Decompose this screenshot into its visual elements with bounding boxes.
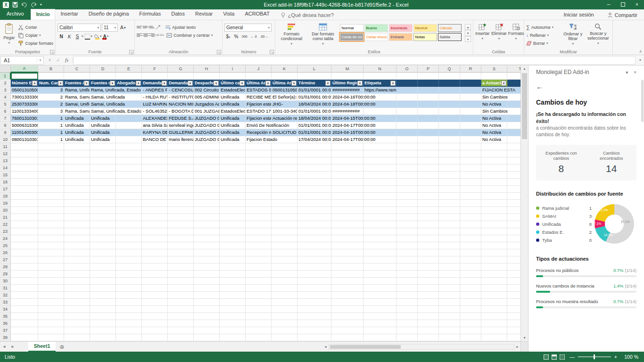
cell-O23[interactable] [396, 228, 418, 235]
cell-H32[interactable] [194, 292, 220, 299]
cell-H7[interactable]: JUZGADO 016 [194, 115, 220, 122]
cell-B5[interactable]: 2 [38, 101, 64, 108]
filter-button[interactable]: ▾ [84, 81, 89, 86]
cell-T26[interactable] [507, 249, 520, 256]
cell-K14[interactable] [272, 165, 297, 172]
cell-T31[interactable] [507, 285, 520, 292]
cell-E22[interactable] [116, 221, 142, 228]
cell-S36[interactable] [481, 320, 507, 327]
cell-K38[interactable] [272, 334, 297, 341]
cell-B30[interactable] [38, 278, 64, 285]
cell-P17[interactable] [418, 186, 439, 193]
cell-N6[interactable] [363, 108, 396, 115]
cell-G16[interactable] [168, 179, 194, 186]
numero-dialog-launcher[interactable]: ↘ [270, 50, 274, 54]
hscroll-left-icon[interactable]: ◄ [322, 345, 329, 348]
cell-O14[interactable] [396, 165, 418, 172]
cell-L2[interactable]: Término▾ [297, 80, 331, 87]
row-header-4[interactable]: 4 [0, 94, 11, 101]
cell-B23[interactable] [38, 228, 64, 235]
cell-D1[interactable] [90, 73, 116, 80]
cell-F16[interactable] [142, 179, 168, 186]
cell-O17[interactable] [396, 186, 418, 193]
cell-Q36[interactable] [439, 320, 460, 327]
cell-B15[interactable] [38, 172, 64, 179]
cell-D16[interactable] [90, 179, 116, 186]
bold-button[interactable]: N [58, 33, 65, 40]
cell-B14[interactable] [38, 165, 64, 172]
cell-Q18[interactable] [439, 193, 460, 200]
cell-B27[interactable] [38, 256, 64, 263]
cell-O32[interactable] [396, 292, 418, 299]
cell-P16[interactable] [418, 179, 439, 186]
cell-M7[interactable]: 2024-04-15T00:00:00 [331, 115, 363, 122]
cell-E8[interactable] [116, 122, 142, 129]
cell-G32[interactable] [168, 292, 194, 299]
cell-P32[interactable] [418, 292, 439, 299]
cell-J6[interactable]: ESTADO 17-04 [246, 108, 272, 115]
row-header-31[interactable]: 31 [0, 285, 11, 292]
cell-I28[interactable] [220, 263, 246, 271]
cell-F38[interactable] [142, 334, 168, 341]
cell-J38[interactable] [246, 334, 272, 341]
conditional-formatting-button[interactable]: Formato condicional ▾ [277, 22, 306, 48]
cell-M4[interactable]: 2024-04-16T00:00:00 [331, 94, 363, 101]
cell-T13[interactable] [507, 157, 520, 165]
vertical-scrollbar[interactable]: ▲ ▼ [520, 66, 528, 352]
cell-F15[interactable] [142, 172, 168, 179]
cell-J2[interactable]: Última Actu▾ [246, 80, 272, 87]
cell-J37[interactable] [246, 327, 272, 334]
cell-D34[interactable] [90, 306, 116, 313]
cell-L9[interactable]: 01/01/0001 00:0 [297, 129, 331, 136]
cell-R27[interactable] [460, 256, 481, 263]
cell-D12[interactable] [90, 150, 116, 157]
cell-T33[interactable] [507, 299, 520, 306]
cell-K32[interactable] [272, 292, 297, 299]
cell-O34[interactable] [396, 306, 418, 313]
cell-H30[interactable] [194, 278, 220, 285]
cell-Q30[interactable] [439, 278, 460, 285]
tab-inicio[interactable]: Inicio [31, 9, 56, 20]
cell-R5[interactable] [460, 101, 481, 108]
cell-K18[interactable] [272, 193, 297, 200]
cell-F3[interactable]: - ANDRES FE [142, 87, 168, 94]
cell-I34[interactable] [220, 306, 246, 313]
cell-P22[interactable] [418, 221, 439, 228]
cell-Q27[interactable] [439, 256, 460, 263]
task-pane-scrollbar[interactable] [641, 80, 644, 122]
cell-R3[interactable] [460, 87, 481, 94]
cell-F20[interactable] [142, 207, 168, 214]
cell-R10[interactable] [460, 136, 481, 143]
cell-R14[interactable] [460, 165, 481, 172]
hscroll-right-icon[interactable]: ► [514, 345, 520, 348]
cell-E11[interactable] [116, 143, 142, 150]
cell-L13[interactable] [297, 157, 331, 165]
cell-S18[interactable] [481, 193, 507, 200]
cell-G6[interactable]: - BOGOTA D. [168, 108, 194, 115]
cell-N34[interactable] [363, 306, 396, 313]
cell-N17[interactable] [363, 186, 396, 193]
cell-I23[interactable] [220, 228, 246, 235]
cell-H18[interactable] [194, 193, 220, 200]
cell-N11[interactable] [363, 143, 396, 150]
cell-M10[interactable]: 2024-04-17T00:00:00 [331, 136, 363, 143]
cell-H2[interactable]: Despacho▾ [194, 80, 220, 87]
row-header-16[interactable]: 16 [0, 179, 11, 186]
cell-M17[interactable] [331, 186, 363, 193]
cell-I36[interactable] [220, 320, 246, 327]
cell-B32[interactable] [38, 292, 64, 299]
cell-T29[interactable] [507, 271, 520, 278]
cell-S29[interactable] [481, 271, 507, 278]
cell-B10[interactable]: 1 [38, 136, 64, 143]
name-box[interactable]: A1 ▾ [0, 56, 44, 65]
cell-P4[interactable] [418, 94, 439, 101]
cell-S7[interactable]: No Activa [481, 115, 507, 122]
cell-B1[interactable] [38, 73, 64, 80]
cell-L17[interactable] [297, 186, 331, 193]
cell-L16[interactable] [297, 179, 331, 186]
cell-H27[interactable] [194, 256, 220, 263]
cell-L5[interactable]: 18/04/2024 00:0 [297, 101, 331, 108]
restore-button[interactable] [616, 0, 630, 9]
cell-G17[interactable] [168, 186, 194, 193]
cell-E34[interactable] [116, 306, 142, 313]
